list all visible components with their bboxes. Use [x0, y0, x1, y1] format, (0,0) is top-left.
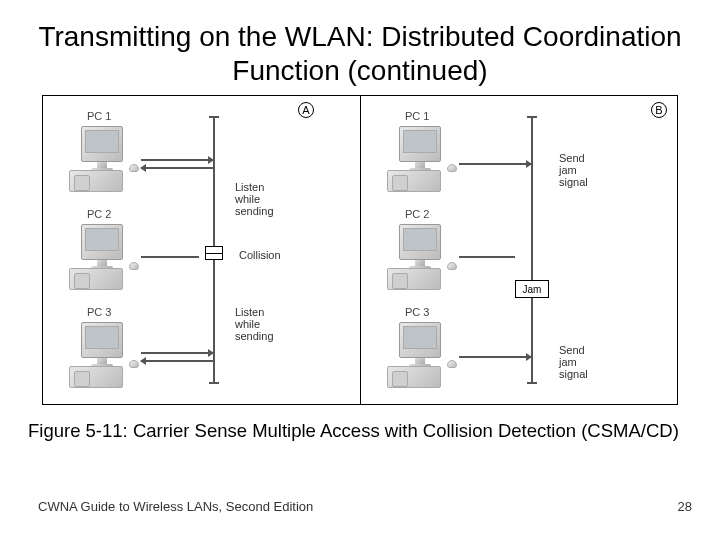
slide-footer: CWNA Guide to Wireless LANs, Second Edit… — [38, 499, 692, 514]
note-sendjam-bottom: Send jam signal — [559, 344, 588, 380]
note-sendjam-top: Send jam signal — [559, 152, 588, 188]
pc-b-3-label: PC 3 — [405, 306, 429, 318]
pc-b-2: PC 2 — [381, 224, 461, 294]
arrow-a-pc3-listen — [141, 360, 213, 362]
tap-b-pc2 — [459, 256, 515, 258]
pc-b-2-label: PC 2 — [405, 208, 429, 220]
pc-b-3: PC 3 — [381, 322, 461, 392]
note-listen-bottom: Listen while sending — [235, 306, 274, 342]
arrow-a-pc1-listen — [141, 167, 213, 169]
arrow-a-pc1-send — [141, 159, 213, 161]
panel-a-label: A — [298, 102, 314, 118]
arrow-a-pc3-send — [141, 352, 213, 354]
pc-a-1: PC 1 — [63, 126, 143, 196]
panel-b: B PC 1 PC 2 PC 3 Jam Send jam signal Sen — [360, 96, 677, 404]
slide-title: Transmitting on the WLAN: Distributed Co… — [28, 20, 692, 87]
note-listen-top: Listen while sending — [235, 181, 274, 217]
jam-box: Jam — [515, 280, 549, 298]
figure-caption: Figure 5-11: Carrier Sense Multiple Acce… — [28, 419, 692, 442]
slide: Transmitting on the WLAN: Distributed Co… — [0, 0, 720, 540]
tap-a-pc2 — [141, 256, 199, 258]
footer-source: CWNA Guide to Wireless LANs, Second Edit… — [38, 499, 313, 514]
pc-a-3-label: PC 3 — [87, 306, 111, 318]
collision-box — [205, 246, 223, 260]
pc-a-2: PC 2 — [63, 224, 143, 294]
note-collision: Collision — [239, 249, 281, 261]
pc-a-1-label: PC 1 — [87, 110, 111, 122]
pc-b-1: PC 1 — [381, 126, 461, 196]
jam-box-label: Jam — [523, 284, 542, 295]
page-number: 28 — [678, 499, 692, 514]
panel-a: A PC 1 PC 2 PC 3 — [43, 96, 360, 404]
panel-b-label: B — [651, 102, 667, 118]
pc-a-3: PC 3 — [63, 322, 143, 392]
figure-diagram: A PC 1 PC 2 PC 3 — [42, 95, 678, 405]
pc-a-2-label: PC 2 — [87, 208, 111, 220]
pc-b-1-label: PC 1 — [405, 110, 429, 122]
network-bus-b — [531, 116, 533, 384]
arrow-b-pc1-jam — [459, 163, 531, 165]
arrow-b-pc3-jam — [459, 356, 531, 358]
